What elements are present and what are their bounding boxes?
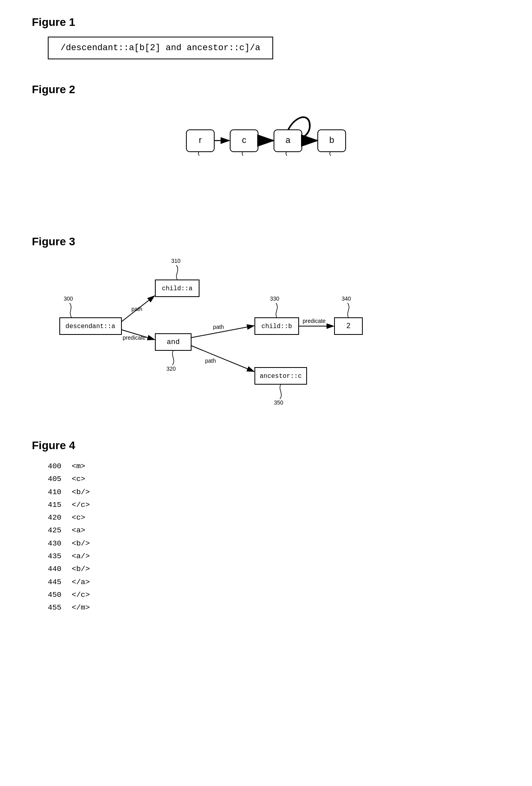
line-code: <a/> (72, 550, 90, 563)
svg-text:300: 300 (64, 295, 73, 302)
code-line: 445 </a> (48, 576, 500, 589)
figure-3-title: Figure 3 (32, 235, 500, 248)
svg-text:c: c (242, 135, 246, 145)
line-number: 420 (48, 511, 72, 524)
line-code: </c> (72, 589, 90, 601)
figure-1-title: Figure 1 (32, 16, 500, 29)
line-code: <c> (72, 473, 85, 485)
line-code: </a> (72, 576, 90, 589)
svg-text:b: b (329, 135, 334, 145)
line-number: 445 (48, 576, 72, 589)
code-line: 435 <a/> (48, 550, 500, 563)
figure-2-diagram: r c a b 21 22 23 (32, 104, 500, 211)
line-code: <c> (72, 511, 85, 524)
line-number: 435 (48, 550, 72, 563)
code-line: 405 <c> (48, 473, 500, 485)
code-line: 420 <c> (48, 511, 500, 524)
figure-2-title: Figure 2 (32, 83, 500, 96)
line-code: </m> (72, 601, 90, 614)
line-number: 450 (48, 589, 72, 601)
line-code: <a> (72, 524, 85, 537)
svg-text:a: a (286, 135, 291, 145)
line-number: 410 (48, 486, 72, 499)
svg-text:path: path (205, 358, 216, 364)
svg-text:predicate: predicate (303, 318, 326, 324)
line-number: 415 (48, 499, 72, 511)
svg-text:350: 350 (274, 399, 284, 406)
svg-text:child::a: child::a (162, 285, 193, 292)
svg-text:path: path (213, 324, 224, 330)
svg-text:child::b: child::b (262, 323, 292, 330)
svg-text:predicate: predicate (123, 334, 146, 341)
figure-3-svg: descendant::a 300 child::a 310 and 320 c… (48, 256, 406, 415)
figure-3-diagram: descendant::a 300 child::a 310 and 320 c… (48, 256, 406, 415)
line-number: 425 (48, 524, 72, 537)
svg-text:330: 330 (270, 295, 280, 302)
svg-line-43 (191, 346, 254, 371)
code-line: 415 </c> (48, 499, 500, 511)
figure-3-section: Figure 3 descendant::a 300 child::a 310 … (32, 235, 500, 415)
svg-text:r: r (199, 135, 201, 145)
svg-text:340: 340 (342, 295, 351, 302)
figure-4-code: 400<m>405 <c>410 <b/>415 </c>420 <c>425 … (48, 460, 500, 614)
figure-1-code: /descendant::a[b[2] and ancestor::c]/a (48, 37, 273, 59)
svg-text:2: 2 (346, 322, 350, 330)
code-line: 410 <b/> (48, 486, 500, 499)
line-number: 400 (48, 460, 72, 473)
line-code: <b/> (72, 537, 90, 550)
code-line: 430 <b/> (48, 537, 500, 550)
svg-text:310: 310 (171, 258, 181, 264)
line-number: 455 (48, 601, 72, 614)
figure-4-title: Figure 4 (32, 439, 500, 452)
figure-2-section: Figure 2 r c (32, 83, 500, 211)
figure-1-section: Figure 1 /descendant::a[b[2] and ancesto… (32, 16, 500, 59)
line-number: 440 (48, 563, 72, 575)
line-code: <b/> (72, 563, 90, 575)
svg-text:path: path (131, 306, 142, 312)
line-code: <b/> (72, 486, 90, 499)
svg-text:descendant::a: descendant::a (66, 323, 115, 330)
figure-2-svg: r c a b 21 22 23 (166, 104, 366, 156)
code-line: 440 <b/> (48, 563, 500, 575)
code-line: 400<m> (48, 460, 500, 473)
svg-text:and: and (167, 338, 180, 346)
code-line: 425 <a> (48, 524, 500, 537)
svg-text:ancestor::c: ancestor::c (260, 373, 302, 380)
line-code: <m> (72, 460, 85, 473)
code-line: 455</m> (48, 601, 500, 614)
line-code: </c> (72, 499, 90, 511)
code-line: 450 </c> (48, 589, 500, 601)
line-number: 430 (48, 537, 72, 550)
figure-4-section: Figure 4 400<m>405 <c>410 <b/>415 </c>42… (32, 439, 500, 614)
svg-text:320: 320 (166, 366, 176, 372)
line-number: 405 (48, 473, 72, 485)
